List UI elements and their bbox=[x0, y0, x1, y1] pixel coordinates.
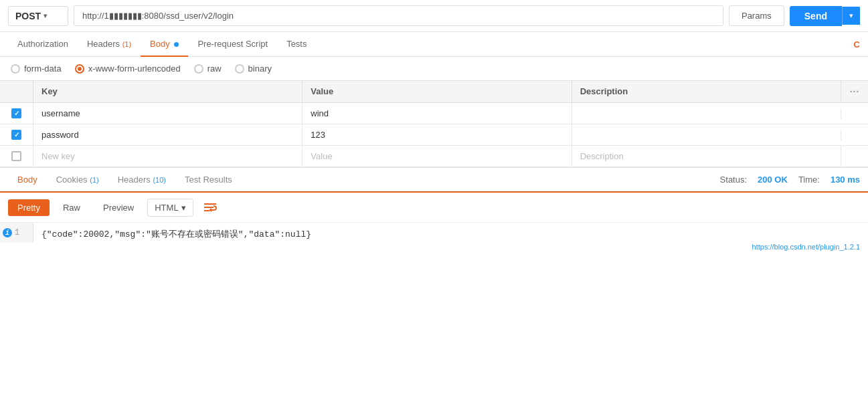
response-code-content: {"code":20002,"msg":"账号不存在或密码错误","data":… bbox=[33, 223, 868, 245]
tab-prerequest[interactable]: Pre-request Script bbox=[188, 32, 277, 57]
row1-checkbox[interactable] bbox=[11, 108, 21, 118]
status-value: 200 OK bbox=[758, 175, 788, 185]
cookies-badge: (1) bbox=[90, 176, 98, 184]
params-table: Key Value Description ··· username wind … bbox=[0, 81, 868, 168]
format-tab-raw[interactable]: Raw bbox=[54, 199, 90, 216]
radio-circle-binary bbox=[235, 64, 244, 74]
th-description: Description bbox=[572, 81, 841, 102]
time-label: Time: bbox=[798, 175, 820, 185]
newrow-key-placeholder[interactable]: New key bbox=[33, 146, 302, 167]
status-label: Status: bbox=[720, 175, 747, 185]
newrow-value-placeholder[interactable]: Value bbox=[302, 146, 572, 167]
row2-key[interactable]: password bbox=[33, 124, 302, 145]
response-tab-nav: Body Cookies (1) Headers (10) Test Resul… bbox=[0, 168, 868, 193]
table-row: password 123 bbox=[0, 124, 868, 146]
headers-badge: (1) bbox=[122, 40, 131, 48]
th-key: Key bbox=[33, 81, 302, 102]
tab-authorization[interactable]: Authorization bbox=[8, 32, 78, 57]
format-select[interactable]: HTML ▾ bbox=[147, 199, 193, 217]
radio-circle-urlencoded bbox=[75, 64, 84, 74]
row2-checkbox[interactable] bbox=[11, 130, 21, 140]
radio-binary[interactable]: binary bbox=[235, 64, 272, 74]
newrow-checkbox-cell bbox=[0, 146, 33, 167]
tab-headers[interactable]: Headers (1) bbox=[78, 32, 141, 57]
table-header-row: Key Value Description ··· bbox=[0, 81, 868, 103]
row1-value[interactable]: wind bbox=[302, 103, 572, 124]
params-button[interactable]: Params bbox=[729, 5, 784, 26]
send-dropdown-button[interactable]: ▾ bbox=[842, 7, 860, 25]
tab-tests[interactable]: Tests bbox=[277, 32, 316, 57]
row1-checkbox-cell bbox=[0, 103, 33, 124]
res-tab-body[interactable]: Body bbox=[8, 168, 47, 193]
radio-circle-raw bbox=[194, 64, 203, 74]
response-toolbar: Pretty Raw Preview HTML ▾ bbox=[0, 193, 868, 223]
radio-circle-form-data bbox=[11, 64, 20, 74]
send-main-button[interactable]: Send bbox=[790, 6, 842, 26]
line-gutter-1: i 1 bbox=[0, 223, 33, 243]
request-tab-nav: Authorization Headers (1) Body Pre-reque… bbox=[0, 32, 868, 57]
url-input[interactable] bbox=[74, 5, 723, 26]
row1-description[interactable] bbox=[572, 108, 841, 119]
info-icon: i bbox=[3, 228, 12, 237]
wrap-icon bbox=[203, 201, 218, 213]
newrow-checkbox[interactable] bbox=[11, 151, 21, 161]
row2-value[interactable]: 123 bbox=[302, 124, 572, 145]
new-key-row: New key Value Description bbox=[0, 146, 868, 167]
format-tab-preview[interactable]: Preview bbox=[94, 199, 143, 216]
th-checkbox bbox=[0, 81, 33, 102]
res-headers-badge: (10) bbox=[153, 176, 166, 184]
tab-body[interactable]: Body bbox=[141, 32, 188, 57]
url-reference: https://blog.csdn.net/plugin_1.2.1 bbox=[752, 243, 860, 251]
row2-more bbox=[841, 130, 868, 140]
res-tab-cookies[interactable]: Cookies (1) bbox=[47, 168, 108, 193]
radio-raw[interactable]: raw bbox=[194, 64, 222, 74]
method-label: POST bbox=[15, 11, 41, 21]
radio-form-data[interactable]: form-data bbox=[11, 64, 62, 74]
tab-overflow: C bbox=[854, 33, 860, 56]
th-value: Value bbox=[302, 81, 572, 102]
row2-description[interactable] bbox=[572, 130, 841, 140]
row1-key[interactable]: username bbox=[33, 103, 302, 124]
code-line-1: i 1 {"code":20002,"msg":"账号不存在或密码错误","da… bbox=[0, 223, 868, 245]
format-tab-pretty[interactable]: Pretty bbox=[8, 199, 50, 216]
response-code-area: i 1 {"code":20002,"msg":"账号不存在或密码错误","da… bbox=[0, 223, 868, 256]
method-selector[interactable]: POST ▾ bbox=[8, 6, 68, 26]
table-row: username wind bbox=[0, 103, 868, 124]
row2-checkbox-cell bbox=[0, 124, 33, 145]
method-chevron-icon: ▾ bbox=[44, 12, 47, 19]
newrow-more bbox=[841, 151, 868, 162]
radio-urlencoded[interactable]: x-www-form-urlencoded bbox=[75, 64, 181, 74]
line-number-1: 1 bbox=[15, 228, 19, 237]
body-dot bbox=[174, 42, 179, 47]
res-tab-test-results[interactable]: Test Results bbox=[175, 168, 242, 193]
res-tab-headers[interactable]: Headers (10) bbox=[108, 168, 175, 193]
wrap-toggle-button[interactable] bbox=[197, 198, 223, 217]
th-more: ··· bbox=[841, 81, 868, 102]
newrow-description-placeholder[interactable]: Description bbox=[572, 146, 841, 167]
time-value: 130 ms bbox=[831, 175, 860, 185]
body-type-row: form-data x-www-form-urlencoded raw bina… bbox=[0, 57, 868, 81]
row1-more bbox=[841, 108, 868, 119]
send-button-group: Send ▾ bbox=[790, 6, 860, 26]
format-chevron-icon: ▾ bbox=[181, 203, 186, 213]
response-status: Status: 200 OK Time: 130 ms bbox=[720, 175, 860, 185]
top-bar: POST ▾ Params Send ▾ bbox=[0, 0, 868, 32]
